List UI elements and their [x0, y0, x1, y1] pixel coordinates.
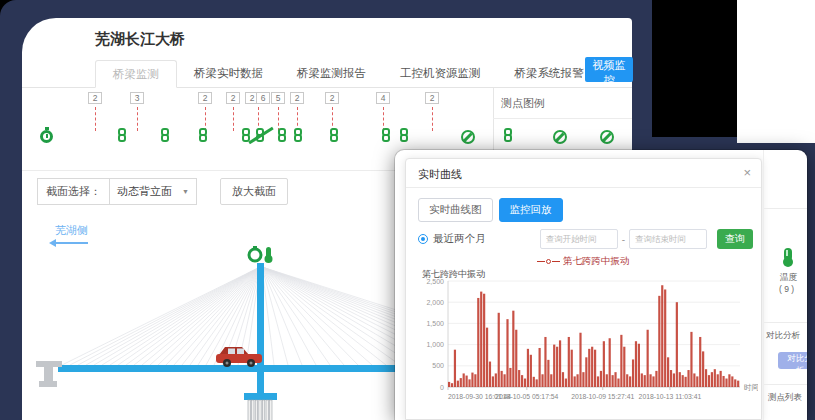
svg-text:2018-10-13 11:03:41: 2018-10-13 11:03:41 — [639, 393, 702, 400]
sensor-dashed-line — [432, 107, 433, 131]
dialog-header: 实时曲线 × — [406, 159, 761, 188]
section-select-value: 动态背立面 — [117, 184, 172, 199]
chain-sensor-icon — [400, 128, 409, 143]
chain-sensor-icon — [199, 128, 208, 143]
chart-legend[interactable]: 第七跨跨中振动 — [406, 255, 761, 268]
svg-text:2,000: 2,000 — [426, 299, 444, 306]
compare-analysis-button[interactable]: 对比分析 — [778, 352, 807, 369]
sliver-divider — [764, 384, 807, 385]
legend-line-icon — [552, 261, 560, 263]
section-select-label: 截面选择： — [38, 184, 109, 199]
svg-text:2018-10-09 15:27:41: 2018-10-09 15:27:41 — [571, 393, 634, 400]
black-video-area — [652, 0, 737, 137]
sensor-count-badge: 4 — [376, 92, 390, 104]
sliver-divider — [764, 322, 807, 323]
section-select-bar: 截面选择： 动态背立面 ▼ 放大截面 — [37, 178, 288, 205]
legend-dot-icon — [546, 259, 551, 264]
last-two-months-radio[interactable] — [418, 234, 428, 244]
query-end-time-input[interactable] — [629, 229, 707, 249]
compare-section-title: 对比分析 — [766, 330, 800, 342]
realtime-curve-dialog: 实时曲线 × 实时曲线图监控回放 最近两个月 - 查询 第七跨跨中振动 第七跨跨… — [405, 158, 762, 420]
tab-2[interactable]: 桥梁监测报告 — [280, 60, 383, 88]
chevron-down-icon: ▼ — [182, 188, 189, 195]
sensor-count-badge: 6 — [256, 92, 270, 104]
sensor-count-badge: 2 — [198, 92, 212, 104]
tab-1[interactable]: 桥梁实时数据 — [177, 60, 280, 88]
section-select-group: 截面选择： 动态背立面 ▼ — [37, 178, 197, 205]
svg-text:2018-10-05 05:17:54: 2018-10-05 05:17:54 — [495, 393, 558, 400]
chain-sensor-icon — [278, 128, 287, 143]
sensor-dashed-line — [95, 107, 96, 131]
dialog-title: 实时曲线 — [418, 167, 462, 182]
close-icon[interactable]: × — [743, 165, 751, 180]
curve-popup-window: 实时曲线 × 实时曲线图监控回放 最近两个月 - 查询 第七跨跨中振动 第七跨跨… — [395, 150, 807, 420]
chain-sensor-icon — [161, 128, 170, 143]
chain-sensor-icon — [382, 128, 391, 143]
tab-3[interactable]: 工控机资源监测 — [383, 60, 498, 88]
bridge-abutment — [36, 361, 62, 387]
svg-text:1,500: 1,500 — [426, 320, 444, 327]
background-window-fragment — [737, 0, 815, 143]
temperature-label: 温度 — [780, 272, 797, 284]
svg-text:1,000: 1,000 — [426, 341, 444, 348]
last-two-months-label: 最近两个月 — [433, 232, 486, 246]
page-title: 芜湖长江大桥 — [95, 30, 185, 49]
svg-text:500: 500 — [432, 362, 444, 369]
temperature-count: ( 9 ) — [779, 284, 794, 294]
enlarge-section-button[interactable]: 放大截面 — [220, 178, 288, 205]
sensor-count-badge: 2 — [425, 92, 439, 104]
legend-label: 第七跨跨中振动 — [563, 255, 630, 266]
chain-sensor-icon — [330, 128, 339, 143]
disabled-sensor-icon — [461, 130, 475, 144]
chain-sensor-icon — [294, 128, 303, 143]
dialog-controls: 最近两个月 - 查询 — [418, 229, 753, 249]
sensor-count-badge: 3 — [130, 92, 144, 104]
sensor-count-badge: 2 — [325, 92, 339, 104]
desktop-background: 芜湖长江大桥 桥梁监测桥梁实时数据桥梁监测报告工控机资源监测桥梁系统报警 视频监… — [0, 0, 815, 420]
sensor-count-badge: 5 — [271, 92, 285, 104]
sensor-count-badge: 2 — [290, 92, 304, 104]
legend-panel-title: 测点图例 — [501, 96, 545, 111]
dialog-tab-1[interactable]: 监控回放 — [499, 198, 563, 222]
sensor-count-badge: 2 — [226, 92, 240, 104]
query-start-time-input[interactable] — [540, 229, 618, 249]
sensor-count-badge: 2 — [88, 92, 102, 104]
sensor-dashed-line — [137, 107, 138, 131]
dialog-tabbar: 实时曲线图监控回放 — [418, 198, 563, 222]
sliver-divider — [764, 208, 807, 209]
bridge-pile-cap — [244, 393, 277, 400]
tower-top-sensor-icons — [249, 246, 273, 263]
svg-text:0: 0 — [440, 384, 444, 391]
legend-line-icon — [537, 261, 545, 263]
chain-sensor-icon — [504, 128, 513, 143]
page-right-panel-sliver: 温度 ( 9 ) 对比分析 对比分析 测点列表 — [763, 150, 807, 420]
bridge-piles — [248, 400, 272, 420]
disabled-sensor-icon — [553, 130, 567, 144]
timer-sensor-icon — [40, 130, 53, 143]
disabled-sensor-icon — [600, 130, 614, 144]
video-monitor-button[interactable]: 视频监控 — [585, 57, 633, 82]
point-list-title: 测点列表 — [768, 392, 802, 404]
dialog-tab-0[interactable]: 实时曲线图 — [418, 198, 493, 222]
chain-sensor-icon — [118, 128, 127, 143]
sensor-dashed-line — [233, 107, 234, 131]
section-select-dropdown[interactable]: 动态背立面 ▼ — [109, 178, 196, 205]
vibration-chart: 05001,0001,5002,0002,5002018-09-30 16:01… — [418, 277, 758, 419]
svg-text:2,500: 2,500 — [426, 278, 444, 285]
car — [216, 347, 262, 367]
tab-0[interactable]: 桥梁监测 — [95, 60, 177, 88]
query-button[interactable]: 查询 — [717, 229, 753, 249]
legend-panel-header-line — [493, 118, 632, 119]
date-range-separator: - — [622, 234, 625, 245]
svg-text:时间: 时间 — [744, 383, 758, 392]
main-tabbar: 桥梁监测桥梁实时数据桥梁监测报告工控机资源监测桥梁系统报警 — [95, 60, 601, 88]
bridge-tower-lower — [257, 372, 264, 394]
temperature-icon — [784, 248, 792, 261]
